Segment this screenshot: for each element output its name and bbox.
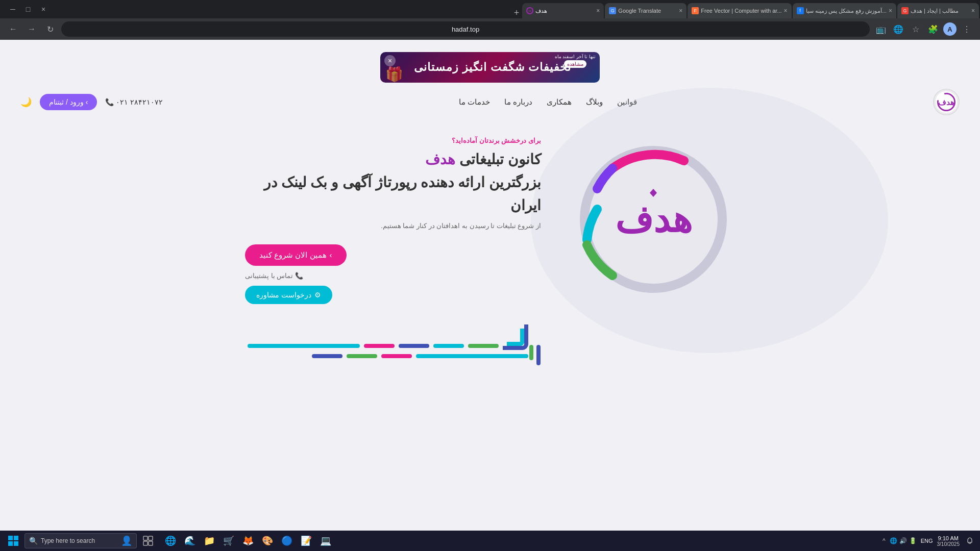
clock[interactable]: 9:10 AM 3/10/2025 [937,535,960,547]
line-blue-2 [312,354,342,358]
hero-phone[interactable]: 📞 تماس با پشتیبانی [245,272,541,280]
tab-3-close[interactable]: × [784,7,788,14]
taskbar-app-chrome[interactable]: 🔵 [278,532,296,550]
notification-button[interactable] [964,535,976,547]
tab-2[interactable]: f آموزش رفع مشکل پس زمینه سیا... × [793,3,896,18]
line-cyan-long [248,344,360,348]
small-verticals [529,345,541,365]
system-tray: ^ 🌐 🔊 🔋 ENG 9:10 AM 3/10/2025 [883,535,976,547]
line-cyan-1 [433,344,464,348]
new-tab-button[interactable]: + [511,8,523,18]
login-label: ورود / ثبتنام [49,98,84,106]
main-nav: هدف قوانین وبلاگ همکاری درباره ما خدمات … [0,83,980,121]
taskbar: 🔍 Type here to search 👤 🌐 🌊 📁 🛒 🦊 🎨 🔵 📝 … [0,531,980,551]
tab-4-title: Google Translate [618,8,677,14]
screen-cast-button[interactable]: 📺 [874,22,888,36]
corner-bracket-inner [507,329,524,346]
taskbar-search-box[interactable]: 🔍 Type here to search 👤 [24,533,137,548]
login-button[interactable]: › ورود / ثبتنام [40,94,97,110]
nav-item-blog[interactable]: وبلاگ [586,97,603,107]
window-controls: ─ □ × [0,3,56,16]
svg-rect-13 [143,541,148,545]
person-icon: 👤 [121,535,132,546]
extensions-button[interactable]: 🧩 [926,22,940,36]
phone-link[interactable]: 📞 ۰۲۱ ۲۸۴۲۱۰۷۲ [105,98,163,106]
taskbar-app-explorer[interactable]: 📁 [200,532,218,550]
ad-close-button[interactable]: × [384,55,396,66]
cta-button[interactable]: › همین الان شروع کنید [245,244,347,266]
ad-banner-text: تخفیفات شگفت انگیز زمستانی [414,61,571,74]
dark-mode-toggle[interactable]: 🌙 [20,96,32,108]
line-green-1 [468,344,499,348]
start-button[interactable] [4,532,22,550]
clock-date: 3/10/2025 [937,541,960,547]
website-content: × تخفیفات شگفت انگیز زمستانی تنها تا آخر… [0,40,980,531]
network-icon[interactable]: 🌐 [890,537,897,544]
tab-5-close[interactable]: × [596,7,600,14]
volume-icon[interactable]: 🔊 [899,537,907,544]
back-button[interactable]: ← [6,22,20,36]
profile-button[interactable]: A [943,22,957,36]
translate-button[interactable]: 🌐 [891,22,905,36]
ad-sub-text: تنها تا آخر اسفند ماه [555,54,596,59]
svg-text:هدف: هدف [938,98,954,107]
tab-1[interactable]: G مطالب | ایجاد | هدف × [897,3,979,18]
taskbar-app-terminal[interactable]: 💻 [316,532,335,550]
toolbar-actions: 📺 🌐 ☆ 🧩 A ⋮ [874,22,974,36]
cta-label: همین الان شروع کنید [259,251,327,260]
taskbar-app-store[interactable]: 🛒 [219,532,238,550]
hero-description: از شروع تبلیغات تا رسیدن به اهدافتان در … [245,220,541,232]
nav-item-cooperation[interactable]: همکاری [547,97,572,107]
svg-text:هدف: هدف [615,199,692,240]
forward-button[interactable]: → [24,22,39,36]
vert-line-2 [529,345,533,360]
svg-rect-10 [14,541,18,546]
tab-4-close[interactable]: × [679,7,682,14]
tab-3[interactable]: F Free Vector | Computer with ar... × [688,3,791,18]
menu-button[interactable]: ⋮ [960,22,974,36]
tab-5[interactable]: H هدف × [522,3,604,18]
sys-icons: 🌐 🔊 🔋 [890,537,917,544]
tab-3-title: Free Vector | Computer with ar... [701,8,781,14]
taskbar-app-photoshop[interactable]: 🎨 [258,532,277,550]
nav-item-about[interactable]: درباره ما [504,97,532,107]
taskbar-app-edge[interactable]: 🌊 [181,532,199,550]
taskbar-app-firefox[interactable]: 🦊 [239,532,257,550]
hero-subtitle-highlight: درخشش [501,137,526,144]
nav-item-services[interactable]: خدمات ما [459,97,490,107]
task-view-button[interactable] [139,532,157,550]
language-indicator[interactable]: ENG [921,538,933,544]
taskbar-app-word[interactable]: 📝 [297,532,315,550]
close-button[interactable]: × [37,3,50,16]
tab-4[interactable]: G Google Translate × [605,3,687,18]
line-cyan-long-2 [416,354,528,358]
battery-icon[interactable]: 🔋 [909,537,917,544]
nav-logo[interactable]: هدف [933,89,960,115]
ad-banner-wrapper: × تخفیفات شگفت انگیز زمستانی تنها تا آخر… [0,46,980,83]
ad-link[interactable]: مشاهده [564,60,586,68]
svg-rect-8 [14,536,18,540]
minimize-button[interactable]: ─ [6,3,19,16]
phone-icon: 📞 [105,98,114,106]
ad-banner[interactable]: × تخفیفات شگفت انگیز زمستانی تنها تا آخر… [380,52,600,83]
svg-rect-7 [8,536,13,540]
tab-1-favicon: G [901,7,909,14]
taskbar-app-cortana[interactable]: 🌐 [161,532,180,550]
clock-time: 9:10 AM [938,535,959,541]
bookmark-button[interactable]: ☆ [909,22,923,36]
tab-1-close[interactable]: × [971,7,975,14]
tab-5-title: هدف [535,8,594,14]
windows-logo-icon [8,536,18,546]
taskbar-apps: 🌐 🌊 📁 🛒 🦊 🎨 🔵 📝 💻 [161,532,335,550]
h-lines-row-2 [312,354,528,358]
tab-2-close[interactable]: × [889,7,892,14]
restore-button[interactable]: □ [21,3,35,16]
tab-5-favicon: H [526,7,533,14]
address-bar[interactable] [61,21,870,37]
tabs-bar: G مطالب | ایجاد | هدف × f آموزش رفع مشکل… [56,0,980,18]
show-hidden-icons[interactable]: ^ [883,537,886,544]
svg-rect-12 [149,536,153,540]
consult-button[interactable]: ⚙ درخواست مشاوره [245,286,332,304]
tab-4-favicon: G [609,7,616,14]
reload-button[interactable]: ↻ [43,22,57,36]
